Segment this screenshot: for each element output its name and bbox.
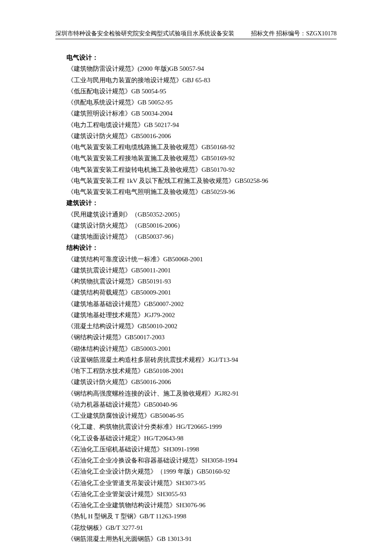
spec-item: 《建筑地面设计规范》（GB50037-96） xyxy=(67,231,337,242)
section-title-electrical: 电气设计： xyxy=(66,52,337,63)
spec-item: 《电气装置安装工程电缆线路施工及验收规范》GB50168-92 xyxy=(67,142,337,153)
content-body: 电气设计： 《建筑物防雷设计规范》(2000 年版)GB 50057-94 《工… xyxy=(55,52,337,544)
spec-item: 《石油化工企业设计防火规范》（1999 年版）GB50160-92 xyxy=(67,466,337,477)
spec-item: 《石油化工企业管架设计规范》SH3055-93 xyxy=(67,489,337,500)
spec-item: 《建筑地基基础设计规范》GB50007-2002 xyxy=(67,298,337,309)
spec-item: 《电气装置安装工程接地装置施工及验收规范》GB50169-92 xyxy=(67,153,337,164)
spec-item: 《石油化工企业建筑物结构设计规范》SH3076-96 xyxy=(67,500,337,511)
spec-item: 《电气装置安装工程电气照明施工及验收规范》GB50259-96 xyxy=(67,186,337,197)
spec-item: 《钢筋混凝土用热轧光圆钢筋》GB 13013-91 xyxy=(67,533,337,544)
spec-item: 《建筑设计防火规范》GB50016-2006 xyxy=(67,130,337,142)
header-left: 深圳市特种设备安全检验研究院安全阀型式试验项目水系统设备安装 xyxy=(55,30,234,38)
spec-item: 《电气装置安装工程 1kV 及以下配线工程施工及验收规范》GB50258-96 xyxy=(67,175,337,186)
spec-item: 《化工建、构筑物抗震设计分类标准》HG/T20665-1999 xyxy=(67,421,337,432)
spec-item: 《石油化工企业管道支吊架设计规范》SH3073-95 xyxy=(67,477,337,489)
spec-item: 《构筑物抗震设计规范》GB50191-93 xyxy=(67,276,337,287)
spec-item: 《花纹钢板》GB/T 3277-91 xyxy=(67,522,337,533)
spec-item: 《电力工程电缆设计规范》GB 50217-94 xyxy=(67,119,337,130)
section-title-structure: 结构设计： xyxy=(66,242,337,253)
spec-item: 《建筑结构可靠度设计统一标准》GB50068-2001 xyxy=(67,254,337,265)
spec-item: 《建筑设计防火规范》（GB50016-2006） xyxy=(67,220,337,231)
spec-item: 《建筑结构荷载规范》GB50009-2001 xyxy=(67,287,337,298)
spec-item: 《建筑照明设计标准》GB 50034-2004 xyxy=(67,108,337,119)
spec-item: 《工业与民用电力装置的接地设计规范》GBJ 65-83 xyxy=(67,75,337,86)
spec-item: 《地下工程防水技术规范》GB50108-2001 xyxy=(67,365,337,376)
spec-item: 《建筑抗震设计规范》GB50011-2001 xyxy=(67,265,337,276)
spec-item: 《工业建筑防腐蚀设计规范》GB50046-95 xyxy=(67,410,337,421)
document-page: 深圳市特种设备安全检验研究院安全阀型式试验项目水系统设备安装 招标文件 招标编号… xyxy=(0,0,392,555)
spec-item: 《动力机器基础设计规范》GB50040-96 xyxy=(67,399,337,410)
spec-item: 《民用建筑设计通则》（GB50352-2005） xyxy=(67,209,337,220)
spec-item: 《建筑物防雷设计规范》(2000 年版)GB 50057-94 xyxy=(67,63,337,74)
spec-item: 《低压配电设计规范》GB 50054-95 xyxy=(67,86,337,97)
page-header: 深圳市特种设备安全检验研究院安全阀型式试验项目水系统设备安装 招标文件 招标编号… xyxy=(55,30,337,39)
spec-item: 《热轧 H 型钢及 T 型钢》GB/T 11263-1998 xyxy=(67,511,337,522)
header-right: 招标文件 招标编号：SZGX10178 xyxy=(251,30,337,38)
spec-item: 《建筑设计防火规范》GB50016-2006 xyxy=(67,376,337,387)
spec-item: 《混凝土结构设计规范》GB50010-2002 xyxy=(67,321,337,332)
spec-item: 《设置钢筋混凝土构造柱多层砖房抗震技术规程》JGJ/T13-94 xyxy=(67,354,337,365)
spec-item: 《钢结构设计规范》GB50017-2003 xyxy=(67,332,337,343)
spec-item: 《电气装置安装工程旋转电机施工及验收规范》GB50170-92 xyxy=(67,164,337,175)
spec-item: 《建筑地基处理技术规范》JGJ79-2002 xyxy=(67,309,337,321)
spec-item: 《供配电系统设计规范》GB 50052-95 xyxy=(67,97,337,108)
spec-item: 《石油化工企业冷换设备和容器基础设计规范》SH3058-1994 xyxy=(67,455,337,466)
spec-item: 《钢结构高强度螺栓连接的设计、施工及验收规程》JGJ82-91 xyxy=(67,388,337,399)
section-title-architecture: 建筑设计： xyxy=(66,197,337,208)
spec-item: 《化工设备基础设计规定》HG/T20643-98 xyxy=(67,433,337,444)
spec-item: 《砌体结构设计规范》GB50003-2001 xyxy=(67,343,337,354)
spec-item: 《石油化工压缩机基础设计规范》SH3091-1998 xyxy=(67,444,337,455)
